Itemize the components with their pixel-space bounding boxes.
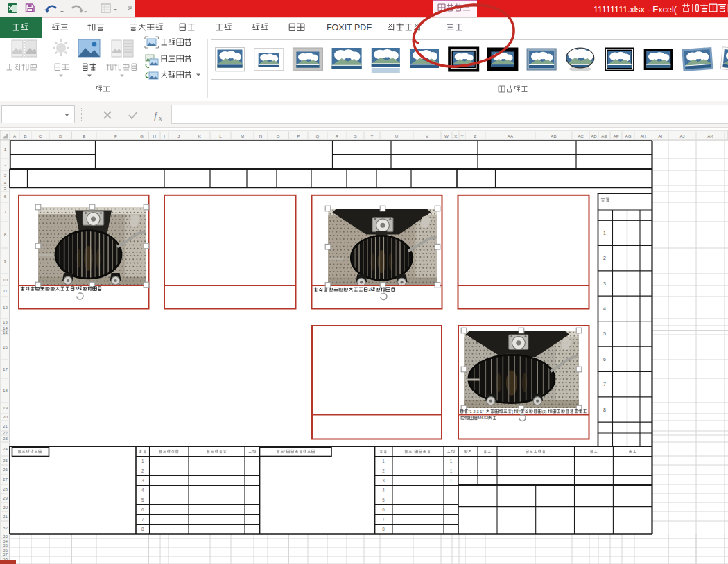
svg-text:4: 4 [382, 488, 385, 493]
svg-text:11: 11 [3, 288, 8, 293]
svg-text:8: 8 [141, 527, 144, 531]
svg-text:30: 30 [3, 504, 8, 509]
svg-text:J: J [177, 134, 180, 139]
svg-text:6: 6 [382, 507, 385, 512]
svg-text:f: f [154, 110, 158, 121]
svg-text:H: H [153, 134, 156, 139]
svg-text:W: W [444, 134, 449, 139]
svg-text:AG: AG [625, 134, 632, 139]
svg-text:5: 5 [603, 331, 606, 336]
svg-text:3: 3 [75, 286, 78, 291]
svg-text:3: 3 [368, 287, 371, 292]
svg-text:3: 3 [603, 281, 606, 286]
svg-text:31: 31 [3, 513, 8, 518]
svg-text:R: R [336, 134, 339, 139]
svg-text:3: 3 [4, 173, 7, 177]
svg-text:18: 18 [3, 388, 8, 393]
svg-text:"1-2-3-1": "1-2-3-1" [469, 409, 484, 414]
svg-text:7: 7 [382, 517, 385, 522]
svg-text:Z: Z [474, 134, 477, 139]
svg-text:AI: AI [658, 134, 662, 139]
svg-text:5: 5 [4, 186, 7, 191]
svg-text:AB: AB [551, 134, 556, 139]
svg-text:B: B [24, 134, 26, 139]
svg-text:AA: AA [508, 134, 514, 139]
svg-text:7: 7 [603, 382, 606, 387]
svg-text:6: 6 [141, 507, 144, 512]
svg-text:25: 25 [3, 458, 8, 463]
svg-text:1: 1 [4, 147, 7, 152]
svg-text:G: G [140, 134, 144, 139]
svg-text:L: L [219, 134, 222, 139]
svg-text:Y: Y [460, 134, 463, 139]
svg-text:C: C [39, 134, 42, 139]
svg-text:1: 1 [382, 459, 385, 464]
svg-text:10: 10 [3, 277, 8, 282]
svg-text:3: 3 [141, 478, 144, 483]
svg-text:4: 4 [141, 488, 144, 493]
svg-text:16: 16 [3, 344, 8, 349]
svg-text:8: 8 [4, 232, 7, 237]
svg-text:3: 3 [382, 478, 385, 483]
svg-text:X: X [454, 134, 457, 139]
svg-text:1: 1 [141, 459, 144, 464]
svg-text:1: 1 [450, 478, 453, 483]
svg-text:Q: Q [316, 134, 320, 139]
svg-text:6: 6 [603, 357, 606, 362]
svg-text:2: 2 [4, 162, 7, 167]
svg-text:AF: AF [614, 134, 619, 139]
svg-text:29: 29 [3, 495, 8, 500]
svg-text:AH: AH [640, 134, 646, 139]
svg-text:AC: AC [578, 134, 584, 139]
svg-text:U: U [395, 134, 398, 139]
svg-text:AE: AE [601, 134, 607, 139]
svg-text:5: 5 [141, 497, 144, 502]
svg-text:4: 4 [4, 180, 7, 185]
svg-text:24: 24 [3, 446, 8, 451]
svg-text:4: 4 [603, 306, 606, 311]
svg-text:2: 2 [382, 468, 385, 473]
svg-text:I: I [164, 134, 165, 139]
svg-text:22: 22 [3, 430, 8, 435]
svg-text:7: 7 [4, 209, 7, 214]
svg-text:32: 32 [3, 525, 8, 530]
svg-text:(: ( [512, 409, 513, 414]
svg-text:M: M [241, 134, 244, 139]
svg-text:28: 28 [3, 486, 8, 491]
svg-text:15: 15 [3, 330, 8, 335]
svg-text:11111111.xlsx - Excel(: 11111111.xlsx - Excel( [593, 5, 677, 15]
svg-text:1: 1 [450, 459, 453, 464]
svg-text:8: 8 [382, 527, 385, 531]
svg-text:27: 27 [3, 477, 8, 482]
svg-text:8: 8 [603, 407, 606, 412]
svg-text:P: P [297, 134, 300, 139]
svg-text:21: 21 [3, 423, 8, 428]
svg-text:S: S [354, 134, 356, 139]
svg-text:20: 20 [3, 414, 8, 419]
svg-text:2: 2 [141, 468, 144, 473]
svg-text:): ) [518, 409, 519, 414]
svg-text:2: 2 [603, 256, 606, 261]
svg-text:AK: AK [707, 134, 713, 139]
svg-text:19: 19 [3, 405, 8, 410]
svg-text:F: F [114, 134, 117, 139]
svg-text:12: 12 [3, 305, 8, 310]
svg-text:O: O [277, 134, 280, 139]
svg-text:AJ: AJ [679, 134, 684, 139]
svg-text:D: D [59, 134, 62, 139]
svg-text:AD: AD [591, 134, 597, 139]
svg-text:N: N [259, 134, 262, 139]
svg-text:5: 5 [382, 497, 385, 502]
svg-text:6: 6 [4, 194, 7, 199]
svg-text:13: 13 [3, 319, 8, 324]
svg-text:x: x [158, 114, 162, 122]
svg-text:T: T [371, 134, 374, 139]
svg-text:17: 17 [3, 367, 8, 371]
svg-text:9: 9 [4, 258, 7, 263]
svg-text:(2): (2) [542, 409, 547, 414]
svg-text:1: 1 [450, 468, 453, 473]
svg-text:E: E [83, 134, 85, 139]
svg-text:23: 23 [3, 436, 8, 441]
svg-text:7: 7 [141, 517, 144, 522]
svg-text:26: 26 [3, 467, 8, 472]
